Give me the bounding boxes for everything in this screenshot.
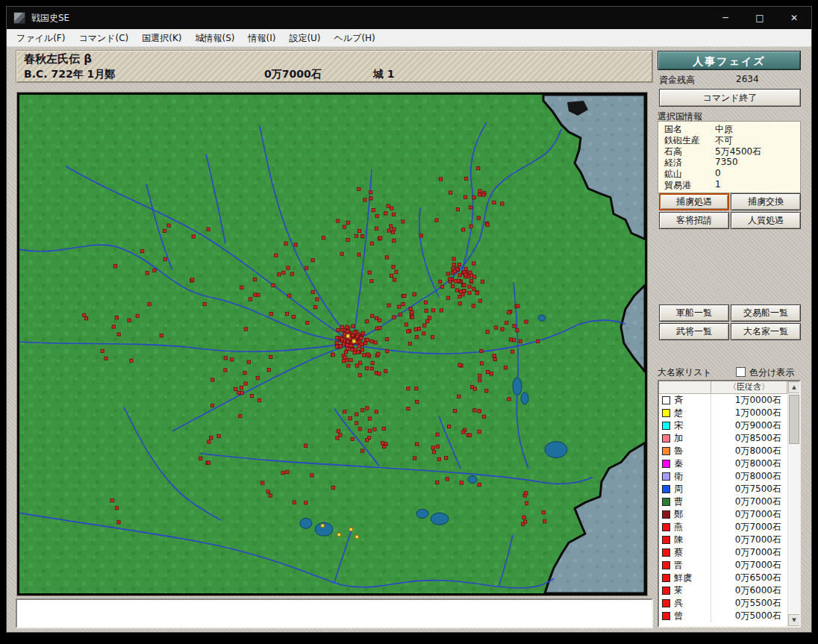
scroll-up-icon[interactable]: ▲ — [788, 381, 800, 393]
map-frame — [17, 93, 647, 595]
daimyo-row[interactable]: 曹0万7000石 — [659, 495, 787, 508]
tradeship-list-button[interactable]: 交易船一覧 — [731, 304, 801, 322]
daimyo-koku: 0万7500石 — [711, 483, 787, 495]
daimyo-name: 晋 — [674, 559, 683, 572]
daimyo-name: 宋 — [674, 419, 683, 432]
daimyo-name: 周 — [674, 483, 683, 495]
warship-list-button[interactable]: 軍船一覧 — [659, 304, 729, 322]
daimyo-koku: 0万5500石 — [711, 597, 787, 610]
daimyo-koku: 0万7000石 — [711, 559, 787, 572]
daimyo-koku: 0万9000石 — [711, 419, 787, 432]
country-info-row: 経済7350 — [658, 157, 800, 168]
country-info-row: 鉄砲生産不可 — [658, 134, 800, 146]
daimyo-row[interactable]: 陳0万7000石 — [659, 534, 787, 546]
country-info-row: 国名中原 — [658, 123, 800, 134]
daimyo-row[interactable]: 鄭0万7000石 — [659, 508, 787, 521]
daimyo-header-koku: 〈臣従含〉 — [711, 381, 787, 394]
daimyo-koku: 0万6000石 — [711, 584, 787, 597]
menu-info[interactable]: 情報(I) — [241, 29, 282, 47]
daimyo-row[interactable]: 呉0万5500石 — [659, 597, 787, 610]
maximize-button[interactable]: □ — [743, 7, 777, 29]
scenario-date: B.C. 722年 1月鄭 — [24, 68, 115, 81]
country-info-row: 鉱山0 — [658, 168, 800, 179]
title-bar: 戦国史SE ─ □ ✕ — [7, 7, 811, 29]
hostage-treatment-button[interactable]: 人質処遇 — [731, 212, 801, 229]
menu-command[interactable]: コマンド(C) — [72, 29, 135, 47]
daimyo-koku: 0万8000石 — [711, 457, 787, 470]
daimyo-koku: 0万8000石 — [711, 445, 787, 457]
daimyo-color-swatch — [662, 523, 670, 531]
general-list-button[interactable]: 武将一覧 — [659, 323, 729, 340]
daimyo-name: 曾 — [674, 610, 683, 622]
daimyo-koku: 0万8000石 — [711, 470, 787, 483]
close-button[interactable]: ✕ — [777, 7, 811, 29]
menu-settings[interactable]: 設定(U) — [282, 29, 327, 47]
daimyo-row[interactable]: 周0万7500石 — [659, 483, 787, 495]
prisoner-exchange-button[interactable]: 捕虜交換 — [731, 193, 801, 210]
window-title: 戦国史SE — [31, 7, 69, 29]
menu-help[interactable]: ヘルプ(H) — [328, 29, 382, 47]
daimyo-row[interactable]: 加0万8500石 — [659, 432, 787, 445]
game-map[interactable] — [19, 95, 645, 593]
color-display-checkbox[interactable] — [736, 367, 746, 377]
daimyo-row[interactable]: 莱0万6000石 — [659, 584, 787, 597]
daimyo-color-swatch — [662, 409, 670, 417]
menu-country-select[interactable]: 国選択(K) — [135, 29, 188, 47]
daimyo-color-swatch — [662, 574, 670, 582]
funds-row: 資金残高 2634 — [659, 74, 801, 86]
country-info-row: 石高5万4500石 — [658, 146, 800, 157]
menu-bar: ファイル(F)コマンド(C)国選択(K)城情報(S)情報(I)設定(U)ヘルプ(… — [7, 29, 811, 47]
scroll-down-icon[interactable]: ▼ — [788, 614, 800, 626]
prisoner-treatment-button[interactable]: 捕虜処遇 — [659, 193, 729, 210]
daimyo-row[interactable]: 曾0万5000石 — [659, 610, 787, 622]
daimyo-koku: 0万8500石 — [711, 432, 787, 445]
daimyo-koku: 0万7000石 — [711, 521, 787, 534]
daimyo-row[interactable]: 蔡0万7000石 — [659, 546, 787, 559]
guest-general-invite-button[interactable]: 客将招請 — [659, 212, 729, 229]
scenario-koku: 0万7000石 — [264, 68, 322, 81]
daimyo-koku: 1万0000石 — [711, 394, 787, 407]
daimyo-row[interactable]: 鮮虞0万6500石 — [659, 572, 787, 584]
daimyo-color-swatch — [662, 536, 670, 544]
daimyo-name: 楚 — [674, 407, 683, 419]
daimyo-color-swatch — [662, 548, 670, 557]
daimyo-rows: 斉1万0000石楚1万0000石宋0万9000石加0万8500石魯0万8000石… — [659, 394, 787, 622]
daimyo-name: 莱 — [674, 584, 683, 597]
daimyo-row[interactable]: 宋0万9000石 — [659, 419, 787, 432]
personnel-buttons: 捕虜処遇捕虜交換客将招請人質処遇 — [659, 193, 801, 229]
scrollbar-thumb[interactable] — [789, 395, 799, 444]
daimyo-list-scrollbar[interactable]: ▲ ▼ — [787, 381, 799, 626]
daimyo-color-swatch — [662, 460, 670, 468]
daimyo-name: 鄭 — [674, 508, 683, 521]
app-window: 戦国史SE ─ □ ✕ ファイル(F)コマンド(C)国選択(K)城情報(S)情報… — [6, 6, 812, 633]
daimyo-koku: 0万7000石 — [711, 495, 787, 508]
daimyo-row[interactable]: 楚1万0000石 — [659, 407, 787, 419]
daimyo-name: 蔡 — [674, 546, 683, 559]
scenario-title: 春秋左氏伝 β — [24, 52, 92, 66]
minimize-button[interactable]: ─ — [708, 7, 743, 29]
daimyo-row[interactable]: 燕0万7000石 — [659, 521, 787, 534]
daimyo-row[interactable]: 晋0万7000石 — [659, 559, 787, 572]
daimyo-list-header: 〈臣従含〉 — [659, 381, 787, 394]
daimyo-row[interactable]: 衛0万8000石 — [659, 470, 787, 483]
daimyo-koku: 1万0000石 — [711, 407, 787, 419]
menu-file[interactable]: ファイル(F) — [10, 29, 72, 47]
daimyo-color-swatch — [662, 498, 670, 506]
menu-castle-info[interactable]: 城情報(S) — [189, 29, 242, 47]
daimyo-color-swatch — [662, 510, 670, 519]
daimyo-row[interactable]: 秦0万8000石 — [659, 457, 787, 470]
main-content: 春秋左氏伝 β B.C. 722年 1月鄭 0万7000石 城 1 — [7, 47, 811, 632]
daimyo-koku: 0万7000石 — [711, 546, 787, 559]
daimyo-list-button[interactable]: 大名家一覧 — [731, 323, 801, 340]
scenario-header: 春秋左氏伝 β B.C. 722年 1月鄭 0万7000石 城 1 — [16, 50, 653, 83]
daimyo-color-swatch — [662, 612, 670, 620]
daimyo-row[interactable]: 魯0万8000石 — [659, 445, 787, 457]
country-info-row: 貿易港1 — [658, 179, 800, 190]
daimyo-name: 鮮虞 — [674, 572, 692, 584]
app-icon — [13, 12, 25, 24]
daimyo-name: 斉 — [674, 394, 683, 407]
daimyo-name: 加 — [674, 432, 683, 445]
daimyo-row[interactable]: 斉1万0000石 — [659, 394, 787, 407]
end-command-button[interactable]: コマンド終了 — [659, 89, 801, 107]
daimyo-koku: 0万7000石 — [711, 508, 787, 521]
